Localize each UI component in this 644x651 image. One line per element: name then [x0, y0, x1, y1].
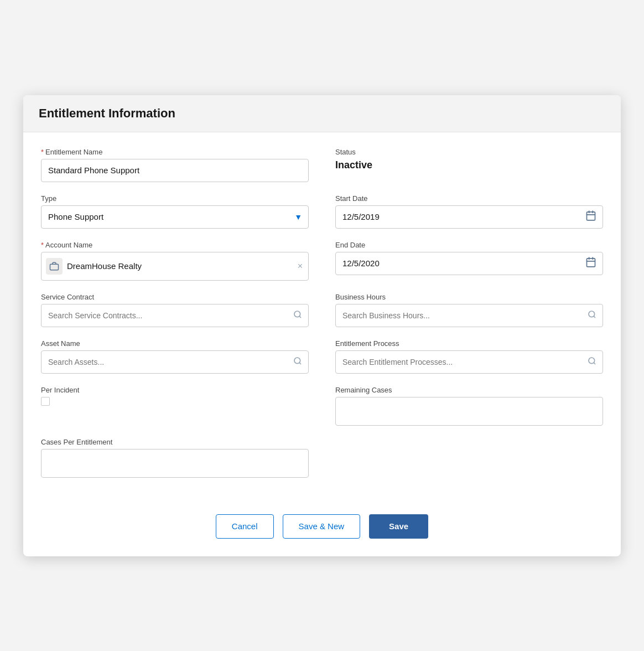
type-select-wrapper: Phone Support Web Support Email Support … [41, 205, 309, 229]
account-required-star: * [41, 241, 44, 249]
cancel-button[interactable]: Cancel [216, 514, 274, 539]
asset-name-search-wrapper [41, 350, 309, 374]
per-incident-checkbox[interactable] [41, 397, 50, 406]
end-date-input[interactable] [335, 252, 603, 275]
asset-name-label: Asset Name [41, 339, 309, 348]
type-group: Type Phone Support Web Support Email Sup… [41, 194, 309, 229]
empty-cell [335, 438, 603, 490]
start-date-group: Start Date [335, 194, 603, 229]
per-incident-group: Per Incident [41, 386, 309, 426]
type-label: Type [41, 194, 309, 203]
entitlement-name-group: * Entitlement Name [41, 148, 309, 182]
type-select[interactable]: Phone Support Web Support Email Support [41, 205, 309, 229]
account-icon [46, 258, 63, 275]
status-label: Status [335, 148, 603, 156]
per-incident-checkbox-wrapper [41, 397, 309, 406]
entitlement-name-input[interactable] [41, 159, 309, 182]
svg-rect-4 [50, 264, 59, 270]
cases-per-entitlement-input[interactable] [41, 449, 309, 478]
required-star: * [41, 148, 44, 156]
cases-per-entitlement-group: Cases Per Entitlement [41, 438, 309, 478]
start-date-label: Start Date [335, 194, 603, 203]
service-contract-search-wrapper [41, 304, 309, 327]
account-name-label: * Account Name [41, 241, 309, 249]
end-date-group: End Date [335, 241, 603, 281]
entitlement-modal: Entitlement Information * Entitlement Na… [23, 95, 621, 556]
save-new-button[interactable]: Save & New [283, 514, 361, 539]
entitlement-name-label: * Entitlement Name [41, 148, 309, 156]
account-clear-icon[interactable]: × [297, 260, 304, 272]
remaining-cases-label: Remaining Cases [335, 386, 603, 394]
status-value: Inactive [335, 159, 603, 171]
end-date-label: End Date [335, 241, 603, 249]
account-name-group: * Account Name DreamHouse Realty × [41, 241, 309, 281]
asset-name-input[interactable] [41, 350, 309, 374]
service-contract-label: Service Contract [41, 293, 309, 301]
entitlement-process-search-wrapper [335, 350, 603, 374]
modal-footer: Cancel Save & New Save [23, 501, 621, 556]
business-hours-label: Business Hours [335, 293, 603, 301]
start-date-wrapper [335, 205, 603, 229]
business-hours-search-wrapper [335, 304, 603, 327]
save-button[interactable]: Save [369, 514, 428, 539]
entitlement-process-group: Entitlement Process [335, 339, 603, 374]
remaining-cases-input[interactable] [335, 397, 603, 426]
end-date-wrapper [335, 252, 603, 275]
service-contract-input[interactable] [41, 304, 309, 327]
modal-body: * Entitlement Name Status Inactive Type … [23, 132, 621, 501]
account-input-wrapper[interactable]: DreamHouse Realty × [41, 252, 309, 281]
cases-per-entitlement-label: Cases Per Entitlement [41, 438, 309, 446]
remaining-cases-group: Remaining Cases [335, 386, 603, 426]
modal-header: Entitlement Information [23, 95, 621, 132]
modal-title: Entitlement Information [39, 106, 605, 121]
form-grid: * Entitlement Name Status Inactive Type … [41, 148, 603, 490]
status-group: Status Inactive [335, 148, 603, 182]
business-hours-input[interactable] [335, 304, 603, 327]
business-hours-group: Business Hours [335, 293, 603, 327]
account-name-value: DreamHouse Realty [67, 261, 292, 271]
service-contract-group: Service Contract [41, 293, 309, 327]
entitlement-process-label: Entitlement Process [335, 339, 603, 348]
asset-name-group: Asset Name [41, 339, 309, 374]
per-incident-label: Per Incident [41, 386, 309, 394]
start-date-input[interactable] [335, 205, 603, 229]
entitlement-process-input[interactable] [335, 350, 603, 374]
